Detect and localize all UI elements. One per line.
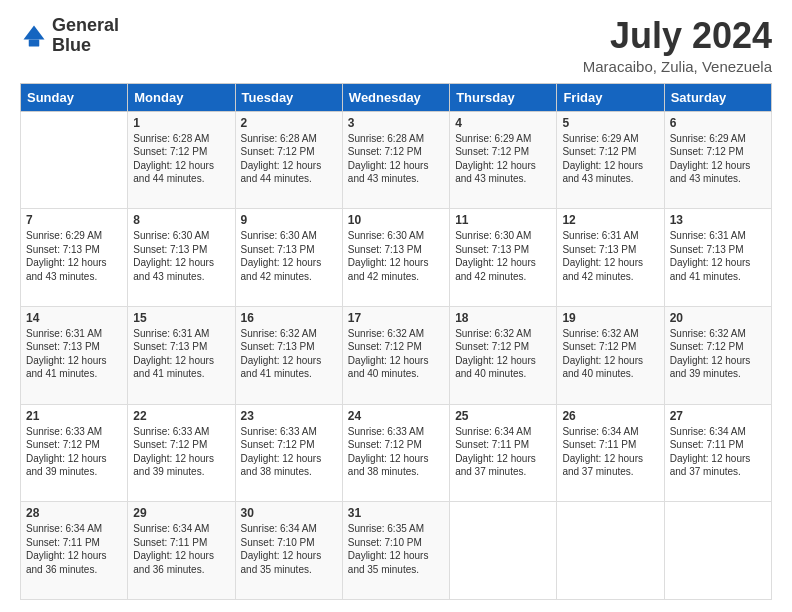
week-row-4: 28Sunrise: 6:34 AMSunset: 7:11 PMDayligh…	[21, 502, 772, 600]
day-number: 13	[670, 213, 766, 227]
day-cell: 12Sunrise: 6:31 AMSunset: 7:13 PMDayligh…	[557, 209, 664, 307]
day-number: 29	[133, 506, 229, 520]
day-number: 26	[562, 409, 658, 423]
day-number: 8	[133, 213, 229, 227]
day-number: 24	[348, 409, 444, 423]
day-info: Sunrise: 6:33 AMSunset: 7:12 PMDaylight:…	[26, 425, 122, 479]
day-cell: 25Sunrise: 6:34 AMSunset: 7:11 PMDayligh…	[450, 404, 557, 502]
day-number: 30	[241, 506, 337, 520]
day-cell: 24Sunrise: 6:33 AMSunset: 7:12 PMDayligh…	[342, 404, 449, 502]
day-cell: 27Sunrise: 6:34 AMSunset: 7:11 PMDayligh…	[664, 404, 771, 502]
day-cell: 4Sunrise: 6:29 AMSunset: 7:12 PMDaylight…	[450, 111, 557, 209]
day-number: 9	[241, 213, 337, 227]
day-info: Sunrise: 6:34 AMSunset: 7:10 PMDaylight:…	[241, 522, 337, 576]
day-header-thursday: Thursday	[450, 83, 557, 111]
day-cell: 18Sunrise: 6:32 AMSunset: 7:12 PMDayligh…	[450, 306, 557, 404]
day-info: Sunrise: 6:34 AMSunset: 7:11 PMDaylight:…	[26, 522, 122, 576]
day-number: 16	[241, 311, 337, 325]
day-header-friday: Friday	[557, 83, 664, 111]
svg-marker-0	[24, 25, 45, 39]
logo-line1: General	[52, 16, 119, 36]
day-cell	[21, 111, 128, 209]
day-info: Sunrise: 6:28 AMSunset: 7:12 PMDaylight:…	[241, 132, 337, 186]
day-info: Sunrise: 6:29 AMSunset: 7:12 PMDaylight:…	[562, 132, 658, 186]
week-row-1: 7Sunrise: 6:29 AMSunset: 7:13 PMDaylight…	[21, 209, 772, 307]
day-info: Sunrise: 6:29 AMSunset: 7:13 PMDaylight:…	[26, 229, 122, 283]
day-number: 4	[455, 116, 551, 130]
page: General Blue July 2024 Maracaibo, Zulia,…	[0, 0, 792, 612]
day-info: Sunrise: 6:32 AMSunset: 7:12 PMDaylight:…	[455, 327, 551, 381]
day-cell: 26Sunrise: 6:34 AMSunset: 7:11 PMDayligh…	[557, 404, 664, 502]
day-cell: 10Sunrise: 6:30 AMSunset: 7:13 PMDayligh…	[342, 209, 449, 307]
day-number: 14	[26, 311, 122, 325]
header: General Blue July 2024 Maracaibo, Zulia,…	[20, 16, 772, 75]
svg-rect-1	[29, 39, 40, 46]
day-cell: 6Sunrise: 6:29 AMSunset: 7:12 PMDaylight…	[664, 111, 771, 209]
day-info: Sunrise: 6:35 AMSunset: 7:10 PMDaylight:…	[348, 522, 444, 576]
day-cell	[450, 502, 557, 600]
week-row-3: 21Sunrise: 6:33 AMSunset: 7:12 PMDayligh…	[21, 404, 772, 502]
day-cell: 2Sunrise: 6:28 AMSunset: 7:12 PMDaylight…	[235, 111, 342, 209]
day-header-tuesday: Tuesday	[235, 83, 342, 111]
day-info: Sunrise: 6:33 AMSunset: 7:12 PMDaylight:…	[133, 425, 229, 479]
day-info: Sunrise: 6:34 AMSunset: 7:11 PMDaylight:…	[670, 425, 766, 479]
day-cell: 19Sunrise: 6:32 AMSunset: 7:12 PMDayligh…	[557, 306, 664, 404]
day-info: Sunrise: 6:30 AMSunset: 7:13 PMDaylight:…	[348, 229, 444, 283]
day-cell: 29Sunrise: 6:34 AMSunset: 7:11 PMDayligh…	[128, 502, 235, 600]
day-header-monday: Monday	[128, 83, 235, 111]
day-info: Sunrise: 6:31 AMSunset: 7:13 PMDaylight:…	[670, 229, 766, 283]
day-number: 1	[133, 116, 229, 130]
day-number: 23	[241, 409, 337, 423]
day-cell: 30Sunrise: 6:34 AMSunset: 7:10 PMDayligh…	[235, 502, 342, 600]
day-info: Sunrise: 6:34 AMSunset: 7:11 PMDaylight:…	[562, 425, 658, 479]
day-number: 10	[348, 213, 444, 227]
day-info: Sunrise: 6:30 AMSunset: 7:13 PMDaylight:…	[241, 229, 337, 283]
day-number: 27	[670, 409, 766, 423]
day-cell: 17Sunrise: 6:32 AMSunset: 7:12 PMDayligh…	[342, 306, 449, 404]
day-info: Sunrise: 6:31 AMSunset: 7:13 PMDaylight:…	[562, 229, 658, 283]
day-cell: 3Sunrise: 6:28 AMSunset: 7:12 PMDaylight…	[342, 111, 449, 209]
day-cell	[664, 502, 771, 600]
day-cell: 5Sunrise: 6:29 AMSunset: 7:12 PMDaylight…	[557, 111, 664, 209]
day-info: Sunrise: 6:31 AMSunset: 7:13 PMDaylight:…	[26, 327, 122, 381]
day-cell	[557, 502, 664, 600]
day-number: 21	[26, 409, 122, 423]
day-cell: 15Sunrise: 6:31 AMSunset: 7:13 PMDayligh…	[128, 306, 235, 404]
day-number: 12	[562, 213, 658, 227]
day-number: 22	[133, 409, 229, 423]
day-cell: 13Sunrise: 6:31 AMSunset: 7:13 PMDayligh…	[664, 209, 771, 307]
week-row-2: 14Sunrise: 6:31 AMSunset: 7:13 PMDayligh…	[21, 306, 772, 404]
day-cell: 8Sunrise: 6:30 AMSunset: 7:13 PMDaylight…	[128, 209, 235, 307]
day-info: Sunrise: 6:28 AMSunset: 7:12 PMDaylight:…	[348, 132, 444, 186]
day-cell: 7Sunrise: 6:29 AMSunset: 7:13 PMDaylight…	[21, 209, 128, 307]
day-info: Sunrise: 6:32 AMSunset: 7:13 PMDaylight:…	[241, 327, 337, 381]
day-info: Sunrise: 6:29 AMSunset: 7:12 PMDaylight:…	[670, 132, 766, 186]
day-info: Sunrise: 6:32 AMSunset: 7:12 PMDaylight:…	[348, 327, 444, 381]
day-info: Sunrise: 6:29 AMSunset: 7:12 PMDaylight:…	[455, 132, 551, 186]
day-cell: 21Sunrise: 6:33 AMSunset: 7:12 PMDayligh…	[21, 404, 128, 502]
day-cell: 9Sunrise: 6:30 AMSunset: 7:13 PMDaylight…	[235, 209, 342, 307]
day-number: 17	[348, 311, 444, 325]
location: Maracaibo, Zulia, Venezuela	[583, 58, 772, 75]
day-cell: 14Sunrise: 6:31 AMSunset: 7:13 PMDayligh…	[21, 306, 128, 404]
day-number: 11	[455, 213, 551, 227]
day-cell: 16Sunrise: 6:32 AMSunset: 7:13 PMDayligh…	[235, 306, 342, 404]
day-info: Sunrise: 6:33 AMSunset: 7:12 PMDaylight:…	[241, 425, 337, 479]
day-number: 31	[348, 506, 444, 520]
day-header-saturday: Saturday	[664, 83, 771, 111]
day-number: 2	[241, 116, 337, 130]
day-number: 15	[133, 311, 229, 325]
day-info: Sunrise: 6:28 AMSunset: 7:12 PMDaylight:…	[133, 132, 229, 186]
day-cell: 28Sunrise: 6:34 AMSunset: 7:11 PMDayligh…	[21, 502, 128, 600]
day-info: Sunrise: 6:34 AMSunset: 7:11 PMDaylight:…	[455, 425, 551, 479]
day-cell: 22Sunrise: 6:33 AMSunset: 7:12 PMDayligh…	[128, 404, 235, 502]
title-block: July 2024 Maracaibo, Zulia, Venezuela	[583, 16, 772, 75]
day-header-sunday: Sunday	[21, 83, 128, 111]
logo-line2: Blue	[52, 36, 119, 56]
day-cell: 11Sunrise: 6:30 AMSunset: 7:13 PMDayligh…	[450, 209, 557, 307]
day-info: Sunrise: 6:34 AMSunset: 7:11 PMDaylight:…	[133, 522, 229, 576]
day-info: Sunrise: 6:32 AMSunset: 7:12 PMDaylight:…	[670, 327, 766, 381]
day-number: 20	[670, 311, 766, 325]
day-info: Sunrise: 6:33 AMSunset: 7:12 PMDaylight:…	[348, 425, 444, 479]
day-number: 18	[455, 311, 551, 325]
